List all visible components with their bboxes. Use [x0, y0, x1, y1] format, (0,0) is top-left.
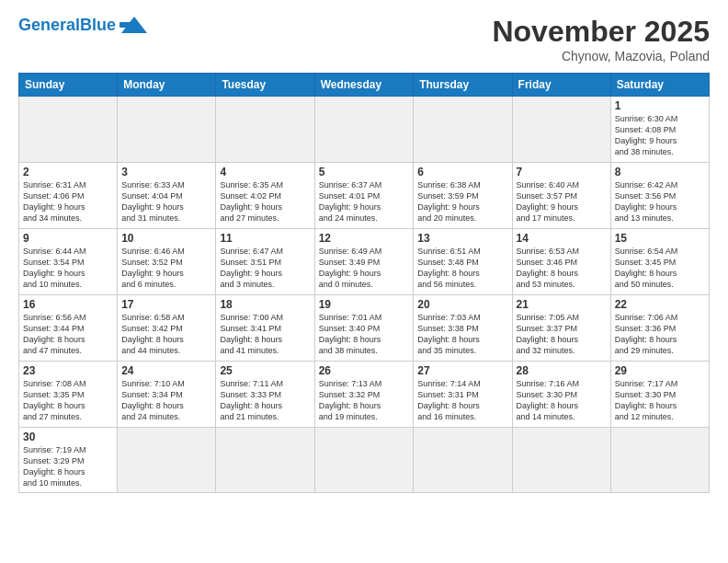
calendar-cell: 1Sunrise: 6:30 AM Sunset: 4:08 PM Daylig…: [610, 97, 709, 163]
day-number: 18: [220, 298, 310, 311]
day-info: Sunrise: 6:40 AM Sunset: 3:57 PM Dayligh…: [517, 179, 607, 224]
calendar-cell: [118, 428, 216, 493]
day-number: 6: [417, 166, 507, 178]
calendar-cell: [414, 97, 512, 163]
weekday-header-monday: Monday: [118, 74, 216, 97]
day-info: Sunrise: 7:08 AM Sunset: 3:35 PM Dayligh…: [23, 378, 113, 423]
day-info: Sunrise: 7:03 AM Sunset: 3:38 PM Dayligh…: [417, 312, 507, 357]
day-info: Sunrise: 7:17 AM Sunset: 3:30 PM Dayligh…: [615, 378, 705, 423]
weekday-header-wednesday: Wednesday: [314, 74, 414, 97]
weekday-header-thursday: Thursday: [414, 74, 512, 97]
day-number: 8: [615, 166, 705, 178]
day-number: 29: [615, 364, 705, 377]
day-info: Sunrise: 6:56 AM Sunset: 3:44 PM Dayligh…: [23, 312, 113, 357]
day-number: 2: [23, 166, 113, 178]
calendar-cell: [314, 428, 414, 493]
calendar-cell: 19Sunrise: 7:01 AM Sunset: 3:40 PM Dayli…: [314, 295, 414, 362]
day-info: Sunrise: 6:30 AM Sunset: 4:08 PM Dayligh…: [615, 113, 705, 158]
day-info: Sunrise: 6:42 AM Sunset: 3:56 PM Dayligh…: [615, 179, 705, 224]
day-info: Sunrise: 6:33 AM Sunset: 4:04 PM Dayligh…: [121, 179, 211, 224]
week-row-0: 1Sunrise: 6:30 AM Sunset: 4:08 PM Daylig…: [19, 97, 710, 163]
calendar-cell: 16Sunrise: 6:56 AM Sunset: 3:44 PM Dayli…: [19, 295, 118, 362]
day-number: 25: [220, 364, 310, 377]
day-number: 26: [319, 364, 410, 377]
day-info: Sunrise: 6:38 AM Sunset: 3:59 PM Dayligh…: [417, 179, 507, 224]
weekday-header-saturday: Saturday: [610, 74, 709, 97]
calendar-cell: 27Sunrise: 7:14 AM Sunset: 3:31 PM Dayli…: [414, 362, 512, 428]
day-info: Sunrise: 6:54 AM Sunset: 3:45 PM Dayligh…: [615, 246, 705, 291]
calendar-cell: 5Sunrise: 6:37 AM Sunset: 4:01 PM Daylig…: [314, 163, 414, 229]
day-info: Sunrise: 6:49 AM Sunset: 3:49 PM Dayligh…: [319, 246, 410, 291]
day-number: 4: [220, 166, 310, 178]
header: GeneralBlue November 2025 Chynow, Mazovi…: [18, 15, 710, 63]
day-info: Sunrise: 6:58 AM Sunset: 3:42 PM Dayligh…: [121, 312, 211, 357]
day-number: 15: [615, 232, 705, 245]
day-info: Sunrise: 7:06 AM Sunset: 3:36 PM Dayligh…: [615, 312, 705, 357]
calendar-cell: [118, 97, 216, 163]
calendar-cell: [314, 97, 414, 163]
day-info: Sunrise: 7:14 AM Sunset: 3:31 PM Dayligh…: [417, 378, 507, 423]
calendar-cell: 7Sunrise: 6:40 AM Sunset: 3:57 PM Daylig…: [512, 163, 610, 229]
calendar-cell: 30Sunrise: 7:19 AM Sunset: 3:29 PM Dayli…: [19, 428, 118, 493]
calendar-cell: 29Sunrise: 7:17 AM Sunset: 3:30 PM Dayli…: [610, 362, 709, 428]
day-info: Sunrise: 6:31 AM Sunset: 4:06 PM Dayligh…: [23, 179, 113, 224]
day-number: 28: [517, 364, 607, 377]
calendar-cell: 11Sunrise: 6:47 AM Sunset: 3:51 PM Dayli…: [216, 229, 314, 295]
day-info: Sunrise: 7:19 AM Sunset: 3:29 PM Dayligh…: [23, 444, 113, 489]
day-number: 24: [121, 364, 211, 377]
calendar-cell: 26Sunrise: 7:13 AM Sunset: 3:32 PM Dayli…: [314, 362, 414, 428]
day-number: 1: [615, 99, 705, 112]
logo-text: GeneralBlue: [18, 17, 116, 33]
calendar-cell: 13Sunrise: 6:51 AM Sunset: 3:48 PM Dayli…: [414, 229, 512, 295]
subtitle: Chynow, Mazovia, Poland: [492, 49, 710, 63]
calendar-cell: 15Sunrise: 6:54 AM Sunset: 3:45 PM Dayli…: [610, 229, 709, 295]
calendar-cell: 6Sunrise: 6:38 AM Sunset: 3:59 PM Daylig…: [414, 163, 512, 229]
day-info: Sunrise: 7:16 AM Sunset: 3:30 PM Dayligh…: [517, 378, 607, 423]
svg-rect-1: [119, 22, 132, 28]
weekday-header-sunday: Sunday: [19, 74, 118, 97]
day-number: 7: [517, 166, 607, 178]
calendar-cell: 18Sunrise: 7:00 AM Sunset: 3:41 PM Dayli…: [216, 295, 314, 362]
week-row-5: 30Sunrise: 7:19 AM Sunset: 3:29 PM Dayli…: [19, 428, 710, 493]
calendar-cell: 9Sunrise: 6:44 AM Sunset: 3:54 PM Daylig…: [19, 229, 118, 295]
calendar-cell: [610, 428, 709, 493]
calendar-cell: 21Sunrise: 7:05 AM Sunset: 3:37 PM Dayli…: [512, 295, 610, 362]
calendar-cell: [216, 428, 314, 493]
logo: GeneralBlue: [18, 15, 149, 35]
day-info: Sunrise: 6:44 AM Sunset: 3:54 PM Dayligh…: [23, 246, 113, 291]
day-number: 3: [121, 166, 211, 178]
calendar-cell: [512, 97, 610, 163]
day-number: 17: [121, 298, 211, 311]
calendar-cell: [512, 428, 610, 493]
day-info: Sunrise: 7:11 AM Sunset: 3:33 PM Dayligh…: [220, 378, 310, 423]
logo-blue: Blue: [80, 16, 116, 34]
logo-icon: [119, 15, 149, 35]
logo-general: General: [18, 16, 80, 34]
day-info: Sunrise: 7:01 AM Sunset: 3:40 PM Dayligh…: [319, 312, 410, 357]
calendar-cell: 12Sunrise: 6:49 AM Sunset: 3:49 PM Dayli…: [314, 229, 414, 295]
weekday-header-tuesday: Tuesday: [216, 74, 314, 97]
day-number: 11: [220, 232, 310, 245]
calendar-cell: [19, 97, 118, 163]
weekday-header-row: SundayMondayTuesdayWednesdayThursdayFrid…: [19, 74, 710, 97]
day-number: 13: [417, 232, 507, 245]
day-info: Sunrise: 7:05 AM Sunset: 3:37 PM Dayligh…: [517, 312, 607, 357]
day-number: 27: [417, 364, 507, 377]
calendar-cell: [216, 97, 314, 163]
day-info: Sunrise: 6:51 AM Sunset: 3:48 PM Dayligh…: [417, 246, 507, 291]
page: GeneralBlue November 2025 Chynow, Mazovi…: [0, 0, 728, 563]
day-number: 23: [23, 364, 113, 377]
day-info: Sunrise: 6:47 AM Sunset: 3:51 PM Dayligh…: [220, 246, 310, 291]
day-info: Sunrise: 7:13 AM Sunset: 3:32 PM Dayligh…: [319, 378, 410, 423]
calendar-cell: [414, 428, 512, 493]
day-number: 16: [23, 298, 113, 311]
day-info: Sunrise: 6:37 AM Sunset: 4:01 PM Dayligh…: [319, 179, 410, 224]
calendar-cell: 10Sunrise: 6:46 AM Sunset: 3:52 PM Dayli…: [118, 229, 216, 295]
day-number: 22: [615, 298, 705, 311]
calendar-cell: 22Sunrise: 7:06 AM Sunset: 3:36 PM Dayli…: [610, 295, 709, 362]
day-info: Sunrise: 6:35 AM Sunset: 4:02 PM Dayligh…: [220, 179, 310, 224]
calendar-cell: 2Sunrise: 6:31 AM Sunset: 4:06 PM Daylig…: [19, 163, 118, 229]
calendar-table: SundayMondayTuesdayWednesdayThursdayFrid…: [18, 73, 710, 493]
day-number: 21: [517, 298, 607, 311]
day-info: Sunrise: 6:46 AM Sunset: 3:52 PM Dayligh…: [121, 246, 211, 291]
